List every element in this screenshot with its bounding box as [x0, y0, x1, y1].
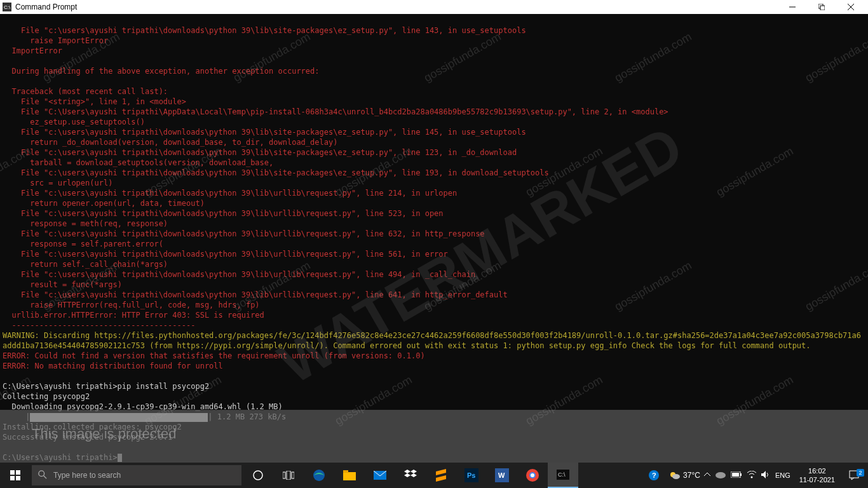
svg-marker-19	[404, 470, 410, 473]
svg-point-11	[254, 471, 262, 480]
date-text: 11-07-2021	[799, 475, 835, 484]
time-text: 16:02	[799, 466, 835, 475]
search-placeholder: Type here to search	[53, 471, 121, 480]
svg-text:?: ?	[652, 471, 656, 479]
svg-point-36	[715, 472, 726, 478]
collecting-line: Collecting psycopg2	[3, 392, 90, 401]
mail-icon[interactable]	[365, 463, 395, 488]
prompt-line-1: C:\Users\ayushi tripathi>pip install psy…	[3, 382, 209, 391]
notification-button[interactable]: 2	[840, 470, 868, 480]
prompt-line-2: C:\Users\ayushi tripathi>	[3, 453, 118, 462]
progress-line: || 1.2 MB 273 kB/s	[3, 412, 286, 421]
cursor	[118, 454, 122, 462]
cortana-icon[interactable]	[243, 463, 273, 488]
progress-text: 1.2 MB 273 kB/s	[213, 412, 287, 421]
svg-rect-13	[287, 471, 290, 480]
system-tray[interactable]: ENG	[700, 471, 794, 480]
svg-rect-14	[292, 472, 294, 478]
language-indicator[interactable]: ENG	[775, 471, 790, 479]
svg-rect-17	[343, 470, 348, 473]
svg-rect-16	[343, 472, 356, 480]
start-button[interactable]	[0, 463, 31, 488]
svg-rect-38	[740, 473, 742, 476]
svg-rect-8	[16, 476, 20, 480]
svg-marker-21	[404, 473, 410, 477]
taskbar: Type here to search Ps W C:\ ? 37°C ENG …	[0, 463, 868, 488]
weather-icon	[669, 470, 681, 481]
svg-rect-5	[10, 470, 15, 475]
svg-marker-20	[410, 470, 417, 473]
svg-point-15	[313, 470, 325, 481]
edge-icon[interactable]	[304, 463, 334, 488]
svg-rect-39	[732, 473, 739, 477]
clock[interactable]: 16:02 11-07-2021	[794, 466, 840, 484]
search-icon	[38, 470, 47, 481]
svg-text:W: W	[498, 471, 505, 479]
chevron-up-icon[interactable]	[704, 471, 710, 479]
volume-icon[interactable]	[761, 471, 770, 480]
minimize-button[interactable]	[778, 0, 807, 14]
svg-rect-12	[283, 472, 285, 478]
svg-marker-41	[761, 471, 766, 478]
explorer-icon[interactable]	[334, 463, 365, 488]
warning-text: WARNING: Discarding https://files.python…	[3, 331, 861, 350]
progress-bar-fill	[30, 413, 208, 422]
notification-badge: 2	[857, 469, 864, 477]
search-box[interactable]: Type here to search	[32, 465, 241, 485]
battery-icon[interactable]	[731, 471, 742, 479]
weather-widget[interactable]: 37°C	[669, 470, 700, 481]
weather-temp: 37°C	[683, 471, 700, 480]
svg-marker-22	[410, 473, 417, 477]
svg-point-35	[672, 474, 680, 479]
svg-point-40	[750, 477, 752, 478]
help-icon[interactable]: ?	[639, 463, 669, 488]
downloading-line: Downloading psycopg2-2.9.1-cp39-cp39-win…	[3, 402, 283, 411]
svg-point-9	[39, 470, 44, 476]
close-button[interactable]	[836, 0, 865, 14]
svg-point-29	[531, 473, 534, 477]
cmd-taskbar-icon[interactable]: C:\	[548, 463, 578, 488]
installing-line: Installing collected packages: psycopg2	[3, 423, 182, 431]
taskview-icon[interactable]	[273, 463, 304, 488]
photoshop-icon[interactable]: Ps	[456, 463, 487, 488]
maximize-button[interactable]	[807, 0, 836, 14]
svg-rect-6	[16, 470, 20, 475]
svg-text:Ps: Ps	[467, 471, 475, 479]
svg-text:C:\: C:\	[558, 471, 566, 478]
window-title: Command Prompt	[15, 3, 778, 11]
chrome-icon[interactable]	[517, 463, 548, 488]
terminal-output[interactable]: File "c:\users\ayushi tripathi\downloads…	[0, 14, 868, 463]
word-icon[interactable]: W	[487, 463, 517, 488]
wifi-icon[interactable]	[747, 471, 756, 480]
windows-icon	[10, 470, 20, 480]
error-text: ERROR: Could not find a version that sat…	[3, 351, 425, 370]
svg-rect-2	[820, 6, 825, 10]
dropbox-icon[interactable]	[395, 463, 426, 488]
svg-rect-7	[10, 476, 15, 480]
app-icon: C:\	[3, 3, 11, 11]
window-titlebar: C:\ Command Prompt	[0, 0, 868, 14]
sublime-icon[interactable]	[426, 463, 456, 488]
traceback-text: File "c:\users\ayushi tripathi\downloads…	[3, 26, 668, 330]
svg-line-10	[44, 475, 46, 478]
onedrive-icon[interactable]	[715, 471, 726, 480]
success-line: Successfully installed psycopg2-2.9.1	[3, 433, 172, 442]
